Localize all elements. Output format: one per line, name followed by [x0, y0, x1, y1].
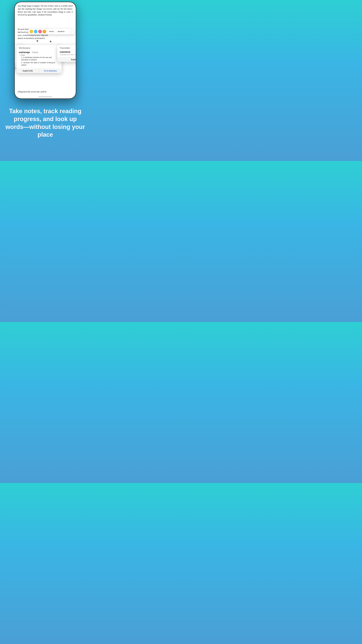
dictionary-def-2: 2. <archaic> the state or condition of b…	[21, 62, 59, 66]
dictionary-panel[interactable]: Dictionary orphanage /'ôrfenij/ I. noun …	[16, 45, 62, 73]
selection-handle-right	[50, 40, 52, 42]
note-button[interactable]: NOTE	[48, 30, 55, 33]
translate-language[interactable]: English	[57, 57, 76, 62]
book-text-bottom: telling them like secrets that could be	[15, 90, 76, 94]
search-button[interactable]: SEARCH	[57, 30, 65, 33]
translate-content: orphelinat Translations for more, visit …	[57, 50, 76, 57]
highlight-toolbar[interactable]: NOTE SEARCH ›	[28, 29, 75, 34]
color-blue[interactable]	[34, 30, 37, 33]
go-to-dictionary-link[interactable]: Go to dictionary	[39, 68, 62, 73]
translate-subtitle: Translations for more, visit w	[60, 54, 76, 56]
selection-handle-left	[36, 40, 38, 42]
phone-frame: nary things began to happen. The first o…	[14, 2, 76, 99]
toolbar-separator	[47, 30, 47, 33]
dictionary-pos: I. noun	[20, 54, 59, 56]
color-orange[interactable]	[42, 30, 46, 33]
home-bar	[38, 96, 52, 97]
dictionary-phonetic: /'ôrfenij/	[32, 51, 38, 53]
dictionary-content: orphanage /'ôrfenij/ I. noun 1. a reside…	[16, 50, 62, 68]
dictionary-word: orphanage	[19, 51, 30, 54]
marketing-headline: Take notes, track reading progress, and …	[5, 107, 85, 139]
dictionary-footer: English (US) Go to dictionary	[16, 68, 62, 73]
translate-footer: English	[57, 57, 76, 62]
book-text-top: nary things began to happen. The first o…	[15, 2, 76, 16]
more-arrow[interactable]: ›	[70, 30, 73, 33]
color-yellow[interactable]	[29, 30, 33, 33]
marketing-section: Take notes, track reading progress, and …	[0, 100, 90, 147]
phone-container: nary things began to happen. The first o…	[0, 0, 90, 100]
phone-screen: nary things began to happen. The first o…	[15, 2, 76, 98]
translated-word: orphelinat	[60, 51, 76, 53]
dictionary-def-1: 1. a residential institution for the car…	[21, 56, 59, 61]
dictionary-title: Dictionary	[16, 45, 62, 50]
color-pink[interactable]	[38, 30, 42, 33]
translate-panel[interactable]: Translate orphelinat Translations for mo…	[57, 45, 76, 62]
dictionary-language[interactable]: English (US)	[16, 68, 39, 73]
translate-title: Translate	[57, 45, 76, 50]
